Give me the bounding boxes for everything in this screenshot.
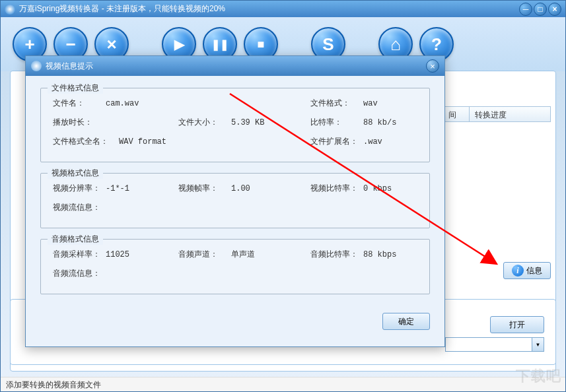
samplerate-label: 音频采样率： (53, 249, 106, 260)
filename-label: 文件名： (53, 98, 106, 109)
col-time[interactable]: 间 (443, 107, 470, 121)
chevron-down-icon[interactable]: ▼ (532, 338, 544, 351)
channels-label: 音频声道： (178, 249, 231, 260)
minimize-button[interactable]: ─ (519, 3, 532, 16)
vstream-label: 视频流信息： (53, 202, 106, 213)
resolution-label: 视频分辨率： (53, 183, 106, 194)
abitrate-label: 音频比特率： (310, 249, 363, 260)
maximize-button[interactable]: □ (534, 3, 547, 16)
format-label: 文件格式： (310, 98, 363, 109)
file-section-legend: 文件格式信息 (48, 82, 103, 94)
combo-value (446, 338, 532, 351)
format-value: wav (363, 99, 378, 108)
close-button[interactable]: × (548, 3, 561, 16)
ok-button[interactable]: 确定 (382, 313, 430, 330)
vbitrate-label: 视频比特率： (310, 183, 363, 194)
open-button-label: 打开 (509, 319, 525, 331)
format-combo[interactable]: ▼ (445, 337, 544, 352)
format-full-value: WAV format (119, 137, 166, 147)
bitrate-label: 比特率： (310, 117, 363, 128)
bitrate-value: 88 kb/s (363, 118, 396, 127)
dialog-close-button[interactable]: × (426, 59, 439, 73)
main-titlebar: 万嘉iSpring视频转换器 - 未注册版本，只能转换视频的20% ─ □ × (1, 1, 565, 17)
duration-label: 播放时长： (53, 117, 106, 128)
filename-value: cam.wav (106, 99, 139, 108)
astream-label: 音频流信息： (53, 268, 106, 279)
info-icon: i (512, 265, 524, 277)
ok-button-label: 确定 (398, 316, 414, 327)
fps-label: 视频帧率： (178, 183, 231, 194)
status-text: 添加要转换的视频音频文件 (6, 380, 101, 389)
window-title: 万嘉iSpring视频转换器 - 未注册版本，只能转换视频的20% (19, 3, 519, 15)
resolution-value: -1*-1 (106, 184, 129, 193)
open-button[interactable]: 打开 (490, 316, 544, 333)
channels-value: 单声道 (231, 249, 255, 260)
filesize-label: 文件大小： (178, 117, 231, 128)
col-progress[interactable]: 转换进度 (470, 107, 550, 121)
info-button-label: 信息 (526, 265, 542, 277)
samplerate-value: 11025 (106, 250, 129, 259)
audio-format-section: 音频格式信息 音频采样率：11025 音频声道：单声道 音频比特率：88 kbp… (40, 239, 430, 294)
dialog-title: 视频信息提示 (46, 61, 426, 72)
app-icon (5, 4, 15, 15)
abitrate-value: 88 kbps (363, 250, 396, 259)
watermark: 下载吧 (516, 366, 561, 386)
status-bar: 添加要转换的视频音频文件 (1, 377, 565, 391)
video-info-dialog: 视频信息提示 × 文件格式信息 文件名：cam.wav 文件格式：wav 播放时… (25, 55, 445, 347)
info-button[interactable]: i 信息 (503, 262, 551, 279)
format-full-label: 文件格式全名： (53, 136, 119, 147)
video-section-legend: 视频格式信息 (48, 168, 103, 179)
table-header: 间 转换进度 (442, 106, 551, 122)
dialog-titlebar[interactable]: 视频信息提示 × (26, 56, 444, 76)
filesize-value: 5.39 KB (231, 118, 264, 127)
video-format-section: 视频格式信息 视频分辨率：-1*-1 视频帧率：1.00 视频比特率：0 kbp… (40, 173, 430, 228)
audio-section-legend: 音频格式信息 (48, 234, 103, 245)
ext-label: 文件扩展名： (310, 136, 363, 147)
file-format-section: 文件格式信息 文件名：cam.wav 文件格式：wav 播放时长： 文件大小：5… (40, 88, 430, 162)
dialog-icon (31, 61, 42, 71)
vbitrate-value: 0 kbps (363, 184, 392, 193)
fps-value: 1.00 (231, 184, 250, 193)
ext-value: .wav (363, 137, 382, 147)
